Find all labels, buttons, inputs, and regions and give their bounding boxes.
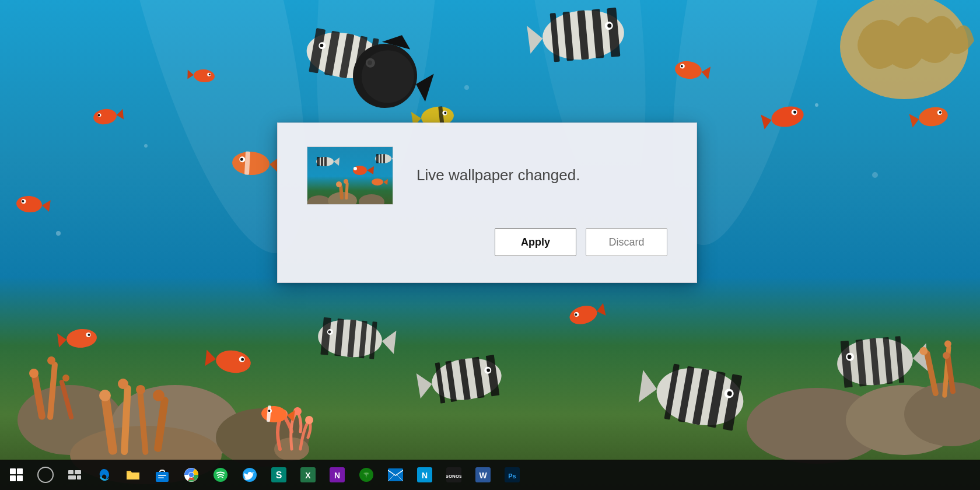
onenote-icon[interactable]: N [323, 461, 351, 489]
store-icon[interactable] [148, 461, 176, 489]
spotify-music-icon [213, 467, 228, 482]
spotify-icon[interactable] [206, 461, 235, 489]
svg-rect-158 [324, 157, 327, 166]
svg-rect-180 [77, 475, 81, 480]
microsoft-store-icon [155, 467, 169, 482]
word-icon[interactable]: W [469, 461, 497, 489]
dialog-message: Live wallpaper changed. [416, 166, 580, 186]
svg-rect-157 [321, 157, 323, 166]
svg-rect-173 [376, 154, 379, 163]
svg-point-8 [815, 103, 818, 107]
svg-point-169 [344, 179, 348, 184]
svg-point-186 [189, 473, 194, 477]
edge-icon[interactable] [90, 461, 118, 489]
discard-button[interactable]: Discard [586, 228, 667, 256]
microsoft-excel-icon: X [300, 467, 316, 482]
svg-text:W: W [479, 471, 487, 480]
svg-point-6 [144, 144, 148, 148]
dialog-box: Live wallpaper changed. Apply Discard [277, 123, 697, 283]
svg-point-168 [336, 181, 342, 187]
svg-point-28 [99, 390, 111, 401]
wallpaper-thumbnail [307, 146, 393, 205]
svg-text:Ps: Ps [508, 473, 516, 480]
svg-point-30 [136, 385, 145, 394]
dialog-buttons: Apply Discard [307, 228, 667, 256]
svg-rect-175 [383, 154, 385, 163]
dialog-content: Live wallpaper changed. [307, 146, 667, 205]
adobe-photoshop-icon: Ps [505, 467, 520, 482]
svg-text:SONOS: SONOS [446, 474, 461, 479]
svg-rect-183 [158, 477, 164, 478]
svg-point-31 [153, 390, 164, 401]
note-app-icon[interactable]: N [411, 461, 439, 489]
sonos-audio-icon: SONOS [446, 467, 461, 482]
note-icon: N [417, 467, 432, 482]
mail-envelope-icon [388, 468, 403, 481]
cortana-circle [37, 467, 54, 483]
svg-point-22 [62, 374, 69, 382]
svg-rect-182 [158, 475, 166, 476]
task-view-icon [68, 470, 81, 480]
svg-rect-178 [75, 470, 81, 474]
photoshop-icon[interactable]: Ps [498, 461, 526, 489]
svg-text:N: N [422, 471, 428, 480]
edge-browser-icon [96, 467, 111, 482]
svg-text:S: S [276, 470, 282, 480]
task-view-button[interactable] [61, 461, 89, 489]
xbox-icon[interactable] [352, 461, 380, 489]
microsoft-word-icon: W [475, 467, 491, 482]
taskbar: S X N [0, 460, 980, 490]
svg-point-7 [872, 172, 878, 178]
svg-rect-174 [380, 154, 382, 163]
mail-icon[interactable] [382, 461, 410, 489]
excel-icon[interactable]: X [294, 461, 322, 489]
svg-point-20 [29, 369, 38, 378]
microsoft-onenote-icon: N [330, 467, 345, 482]
svg-text:N: N [334, 471, 340, 480]
svg-rect-156 [317, 157, 320, 166]
svg-rect-181 [156, 472, 169, 482]
svg-rect-177 [68, 470, 74, 474]
twitter-icon[interactable] [236, 461, 264, 489]
svg-point-162 [354, 167, 357, 170]
sonos-icon[interactable]: SONOS [440, 461, 468, 489]
svg-text:X: X [305, 471, 311, 480]
cortana-search-button[interactable] [32, 461, 60, 489]
svg-point-170 [372, 178, 383, 186]
sway-icon[interactable]: S [265, 461, 293, 489]
svg-point-148 [305, 416, 313, 424]
svg-point-29 [118, 379, 128, 389]
windows-logo [10, 468, 23, 481]
svg-rect-179 [68, 475, 76, 480]
chrome-icon[interactable] [177, 461, 205, 489]
file-explorer-icon[interactable] [119, 461, 147, 489]
file-explorer-folder-icon [125, 468, 141, 482]
svg-point-5 [56, 231, 61, 236]
svg-point-9 [464, 85, 469, 90]
google-chrome-icon [184, 467, 199, 482]
xbox-gaming-icon [359, 467, 374, 482]
twitter-social-icon [242, 467, 257, 482]
apply-button[interactable]: Apply [495, 228, 576, 256]
svg-point-21 [47, 356, 55, 365]
start-button[interactable] [2, 461, 30, 489]
microsoft-sway-icon: S [271, 467, 286, 482]
